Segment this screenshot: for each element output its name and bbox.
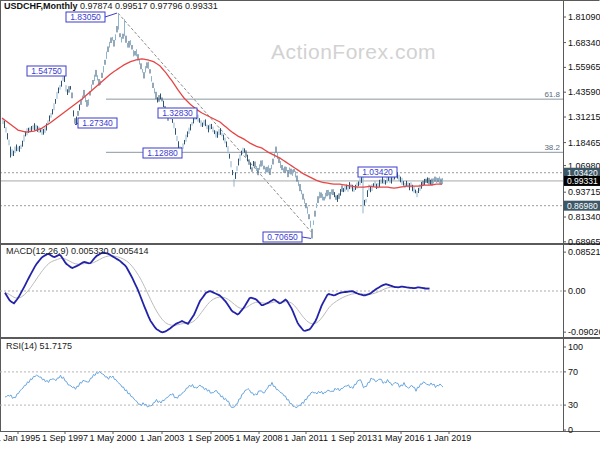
candle-bar bbox=[280, 161, 281, 168]
candle-bar bbox=[315, 211, 316, 217]
price-callout-label: 1.54750 bbox=[31, 66, 62, 76]
candle-bar bbox=[184, 140, 185, 144]
candle-bar bbox=[418, 188, 419, 193]
candle-bar bbox=[55, 99, 56, 104]
candle-bar bbox=[249, 159, 250, 164]
candle-bar bbox=[294, 169, 295, 172]
candle-bar bbox=[414, 187, 415, 193]
macd-axis-label: 0.00 bbox=[568, 286, 586, 296]
candle-bar bbox=[387, 177, 388, 183]
candle-bar bbox=[382, 177, 383, 184]
candle-bar bbox=[159, 95, 160, 102]
candle-bar bbox=[73, 110, 74, 116]
candle-bar bbox=[316, 203, 317, 208]
candle-bar bbox=[132, 45, 133, 50]
fib-level-label: 61.8 bbox=[544, 90, 560, 99]
candle-bar bbox=[430, 180, 431, 185]
candle-bar bbox=[51, 113, 52, 118]
candle-bar bbox=[58, 87, 59, 93]
candle-bar bbox=[151, 76, 152, 81]
candles bbox=[3, 13, 444, 238]
candle-bar bbox=[105, 60, 106, 65]
candle-bar bbox=[199, 118, 200, 123]
candle-bar bbox=[12, 149, 13, 155]
candle-bar bbox=[319, 192, 320, 199]
candle-bar bbox=[436, 177, 437, 183]
macd-axis-label: -0.090269 bbox=[568, 327, 600, 337]
candle-bar bbox=[174, 123, 175, 129]
candle-bar bbox=[256, 166, 257, 171]
candle-bar bbox=[213, 127, 214, 133]
candle-bar bbox=[177, 136, 178, 141]
price-callout-label: 1.03420 bbox=[362, 167, 393, 177]
candle-bar bbox=[442, 178, 443, 184]
candle-bar bbox=[57, 92, 58, 99]
candle-bar bbox=[241, 151, 242, 156]
candle-bar bbox=[297, 176, 298, 182]
candle-bar bbox=[229, 154, 230, 159]
candle-bar bbox=[79, 104, 80, 110]
candle-bar bbox=[271, 165, 272, 169]
candle-bar bbox=[240, 154, 241, 160]
candle-bar bbox=[109, 42, 110, 48]
candle-bar bbox=[379, 180, 380, 187]
candle-bar bbox=[427, 177, 428, 183]
candle-bar bbox=[66, 85, 67, 91]
candle-bar bbox=[366, 199, 367, 203]
candle-bar bbox=[238, 159, 239, 166]
rsi-axis-label: 30 bbox=[568, 400, 578, 410]
date-label: 1 May 2016 bbox=[377, 433, 424, 443]
candle-bar bbox=[354, 187, 355, 191]
candle-bar bbox=[429, 178, 430, 185]
candle-bar bbox=[208, 125, 209, 132]
candle-bar bbox=[231, 161, 232, 167]
candle-bar bbox=[135, 51, 136, 55]
candle-bar bbox=[247, 155, 248, 162]
candle-bar bbox=[103, 66, 104, 72]
candle-bar bbox=[111, 37, 112, 43]
candle-bar bbox=[381, 179, 382, 184]
candle-bar bbox=[310, 221, 311, 228]
candle-bar bbox=[282, 165, 283, 170]
candle-bar bbox=[384, 179, 385, 184]
axis-price-label: 0.68965 bbox=[568, 237, 600, 247]
candle-bar bbox=[334, 192, 335, 197]
candle-bar bbox=[403, 181, 404, 185]
candle-bar bbox=[136, 49, 137, 56]
candle-bar bbox=[228, 146, 229, 153]
candle-bar bbox=[363, 174, 364, 213]
candle-bar bbox=[67, 89, 68, 95]
candle-bar bbox=[399, 175, 400, 181]
candle-bar bbox=[364, 200, 365, 206]
candle-bar bbox=[340, 189, 341, 196]
date-label: 1 Jan 2011 bbox=[284, 433, 328, 443]
candle-bar bbox=[172, 119, 173, 123]
candle-bar bbox=[156, 92, 157, 99]
candle-bar bbox=[358, 181, 359, 186]
candle-bar bbox=[220, 128, 221, 135]
candle-bar bbox=[223, 135, 224, 141]
candle-bar bbox=[60, 85, 61, 90]
candle-bar bbox=[150, 69, 151, 73]
candle-bar bbox=[291, 169, 292, 175]
candle-bar bbox=[207, 124, 208, 129]
candle-bar bbox=[369, 185, 370, 191]
candle-bar bbox=[217, 131, 218, 137]
date-label: 1 Sep 2013 bbox=[331, 433, 377, 443]
candle-bar bbox=[201, 120, 202, 126]
candle-bar bbox=[37, 126, 38, 132]
date-label: 1 Jan 2019 bbox=[427, 433, 472, 443]
candle-bar bbox=[237, 166, 238, 171]
candle-bar bbox=[288, 170, 289, 177]
candle-bar bbox=[330, 192, 331, 199]
candle-bar bbox=[438, 178, 439, 182]
candle-bar bbox=[124, 19, 125, 36]
candle-bar bbox=[18, 147, 19, 152]
candle-bar bbox=[70, 86, 71, 90]
candle-bar bbox=[243, 148, 244, 154]
candle-bar bbox=[163, 101, 164, 107]
axis-price-label: 1.55965 bbox=[568, 62, 600, 72]
candle-bar bbox=[144, 72, 145, 78]
candle-bar bbox=[426, 179, 427, 183]
candle-bar bbox=[312, 229, 313, 239]
